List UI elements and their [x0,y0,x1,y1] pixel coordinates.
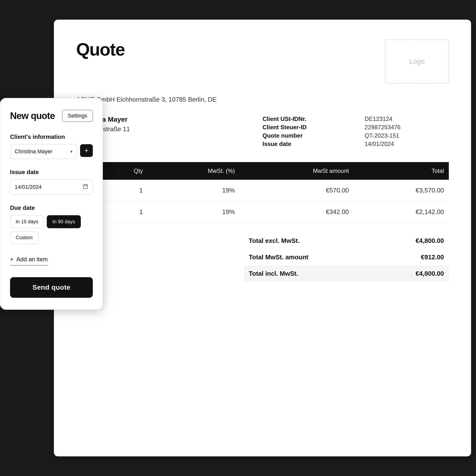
total-incl-value: €4,800.00 [416,270,444,277]
quote-doc-header: Quote Logo [76,39,449,84]
ust-value: DE123124 [365,116,449,122]
client-address-line2: München [76,133,262,140]
issue-date-label-doc: Issue date [262,140,355,147]
quote-document: Quote Logo ACME GmbH Eichhornstraße 3, 1… [54,20,471,456]
quote-table: Qty MwSt. (%) MwSt amount Total 1 19% €5… [76,162,449,223]
total-excl-value: €4,800.00 [416,237,444,245]
chevron-down-icon: ▾ [70,149,72,154]
row2-qty: 1 [101,201,148,223]
quote-number-label: Quote number [262,132,355,139]
company-address: ACME GmbH Eichhornstraße 3, 10785 Berlin… [76,96,449,103]
new-quote-panel: New quote Settings Client's information … [0,98,103,310]
total-mwst-row: Total MwSt. amount €912.00 [244,249,449,265]
due-option-90-days[interactable]: In 90 days [47,215,81,228]
issue-date-input[interactable]: 14/01/2024 [10,179,93,195]
row2-mwst-amount: €342.00 [240,201,354,223]
client-name: Christina Mayer [76,116,262,123]
totals-section: Total excl. MwSt. €4,800.00 Total MwSt. … [244,233,449,282]
issue-date-label: Issue date [10,169,93,176]
add-item-row[interactable]: + Add an item [10,256,48,265]
col-mwst-pct: MwSt. (%) [148,162,240,180]
client-info-section: Christina Mayer Theatinerstraße 11 Münch… [76,116,449,147]
due-date-label: Due date [10,204,93,211]
add-item-label: Add an item [17,256,48,263]
send-quote-button[interactable]: Send quote [10,277,93,298]
client-right: Client USt-IDNr. DE123124 Client Steuer-… [262,116,449,147]
calendar-icon [83,184,88,190]
total-incl-row: Total incl. MwSt. €4,800.00 [244,265,449,282]
due-option-15-days[interactable]: In 15 days [10,215,44,228]
table-row: 1 19% €570.00 €3,570.00 [76,180,449,201]
svg-rect-0 [84,185,88,189]
client-left: Christina Mayer Theatinerstraße 11 Münch… [76,116,262,147]
row1-mwst-amount: €570.00 [240,180,354,201]
client-address-line1: Theatinerstraße 11 [76,125,262,133]
client-dropdown[interactable]: Christina Mayer ▾ [10,144,77,159]
client-dropdown-value: Christina Mayer [15,148,52,155]
row1-qty: 1 [101,180,148,201]
settings-button[interactable]: Settings [62,110,93,122]
ust-label: Client USt-IDNr. [262,116,355,122]
plus-icon-item: + [10,256,14,263]
quote-title: Quote [76,39,125,60]
issue-date-value: 14/01/2024 [15,184,42,190]
col-total: Total [354,162,449,180]
row2-total: €2,142.00 [354,201,449,223]
row1-mwst-pct: 19% [148,180,240,201]
total-mwst-label: Total MwSt. amount [249,254,308,261]
table-row: 1 19% €342.00 €2,142.00 [76,201,449,223]
add-client-button[interactable]: + [80,144,93,157]
steuer-value: 22987253476 [365,124,449,131]
col-mwst-amount: MwSt amount [240,162,354,180]
steuer-label: Client Steuer-ID [262,124,355,131]
due-date-options: In 15 days In 90 days Custom [10,215,93,244]
clients-info-label: Client's information [10,134,93,140]
logo-placeholder: Logo [385,39,449,84]
row1-total: €3,570.00 [354,180,449,201]
col-qty: Qty [101,162,148,180]
total-incl-label: Total incl. MwSt. [249,270,298,277]
panel-title: New quote [10,111,55,121]
plus-icon: + [85,147,88,154]
total-mwst-value: €912.00 [421,254,444,261]
row2-mwst-pct: 19% [148,201,240,223]
total-excl-row: Total excl. MwSt. €4,800.00 [244,233,449,249]
quote-number-value: QT-2023-151 [365,132,449,139]
panel-header: New quote Settings [10,110,93,122]
client-dropdown-row: Christina Mayer ▾ + [10,144,93,159]
due-option-custom[interactable]: Custom [10,231,38,244]
issue-date-value-doc: 14/01/2024 [365,140,449,147]
total-excl-label: Total excl. MwSt. [249,237,300,245]
